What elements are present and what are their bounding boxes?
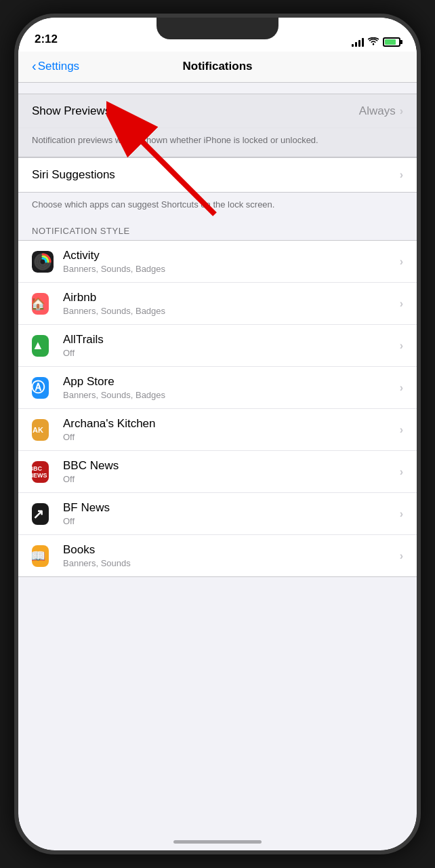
app-icon: AK bbox=[32, 419, 54, 441]
show-previews-value: Always bbox=[359, 104, 396, 118]
app-item-chevron-icon: › bbox=[400, 508, 403, 520]
app-item-content: BF News Off bbox=[63, 501, 400, 526]
status-time: 2:12 bbox=[35, 33, 58, 47]
app-list-item[interactable]: Activity Banners, Sounds, Badges › bbox=[18, 241, 417, 283]
app-item-content: App Store Banners, Sounds, Badges bbox=[63, 375, 400, 400]
app-item-chevron-icon: › bbox=[400, 340, 403, 352]
app-subtitle: Off bbox=[63, 432, 400, 442]
siri-suggestions-label: Siri Suggestions bbox=[32, 168, 115, 181]
app-icon: 📖 bbox=[32, 545, 54, 567]
app-name: App Store bbox=[63, 375, 400, 389]
battery-icon bbox=[383, 37, 400, 47]
screen-content: Show Previews Always › Notification prev… bbox=[18, 83, 417, 850]
app-name: BBC News bbox=[63, 459, 400, 473]
status-icons bbox=[352, 37, 400, 47]
app-icon: ▲ bbox=[32, 335, 54, 357]
app-subtitle: Banners, Sounds, Badges bbox=[63, 306, 400, 316]
home-indicator bbox=[173, 840, 262, 844]
app-name: AllTrails bbox=[63, 333, 400, 347]
nav-bar: ‹ Settings Notifications bbox=[18, 52, 417, 83]
app-subtitle: Banners, Sounds, Badges bbox=[63, 390, 400, 400]
show-previews-chevron-icon: › bbox=[400, 105, 403, 117]
app-item-content: AllTrails Off bbox=[63, 333, 400, 358]
siri-suggestions-chevron-icon: › bbox=[400, 169, 403, 181]
app-subtitle: Off bbox=[63, 474, 400, 484]
notch bbox=[157, 18, 278, 39]
app-item-chevron-icon: › bbox=[400, 382, 403, 394]
back-label[interactable]: Settings bbox=[38, 60, 79, 73]
app-list: Activity Banners, Sounds, Badges › 🏠 Air… bbox=[18, 240, 417, 577]
app-list-item[interactable]: BBCNEWS BBC News Off › bbox=[18, 451, 417, 493]
phone-frame: 2:12 bbox=[14, 14, 421, 854]
app-item-content: Activity Banners, Sounds, Badges bbox=[63, 249, 400, 274]
wifi-icon bbox=[368, 37, 379, 47]
back-button[interactable]: ‹ Settings bbox=[32, 58, 79, 74]
app-subtitle: Off bbox=[63, 516, 400, 526]
app-icon bbox=[32, 251, 54, 273]
siri-suggestions-item[interactable]: Siri Suggestions › bbox=[18, 158, 417, 192]
app-item-chevron-icon: › bbox=[400, 466, 403, 478]
app-item-content: Archana's Kitchen Off bbox=[63, 417, 400, 442]
app-name: Airbnb bbox=[63, 291, 400, 304]
svg-point-0 bbox=[373, 43, 374, 45]
show-previews-section: Show Previews Always › Notification prev… bbox=[18, 94, 417, 157]
app-icon: Ⓐ bbox=[32, 377, 54, 399]
app-list-item[interactable]: AK Archana's Kitchen Off › bbox=[18, 409, 417, 451]
app-item-chevron-icon: › bbox=[400, 298, 403, 310]
app-item-content: Books Banners, Sounds bbox=[63, 543, 400, 568]
show-previews-label: Show Previews bbox=[32, 104, 110, 117]
app-item-content: Airbnb Banners, Sounds, Badges bbox=[63, 291, 400, 316]
app-name: Books bbox=[63, 543, 400, 557]
app-item-chevron-icon: › bbox=[400, 550, 403, 562]
app-name: Activity bbox=[63, 249, 400, 262]
back-chevron-icon: ‹ bbox=[32, 58, 37, 74]
app-list-item[interactable]: ↗ BF News Off › bbox=[18, 493, 417, 535]
app-icon: 🏠 bbox=[32, 293, 54, 315]
app-item-chevron-icon: › bbox=[400, 424, 403, 436]
app-list-item[interactable]: Ⓐ App Store Banners, Sounds, Badges › bbox=[18, 367, 417, 409]
app-list-item[interactable]: 🏠 Airbnb Banners, Sounds, Badges › bbox=[18, 283, 417, 325]
app-list-item[interactable]: 📖 Books Banners, Sounds › bbox=[18, 535, 417, 576]
app-subtitle: Banners, Sounds bbox=[63, 558, 400, 568]
notification-style-header: NOTIFICATION STYLE bbox=[18, 220, 417, 240]
phone-screen: 2:12 bbox=[18, 18, 417, 850]
app-item-chevron-icon: › bbox=[400, 256, 403, 268]
app-item-content: BBC News Off bbox=[63, 459, 400, 484]
show-previews-description: Notification previews will be shown whet… bbox=[18, 128, 417, 157]
app-name: Archana's Kitchen bbox=[63, 417, 400, 431]
app-name: BF News bbox=[63, 501, 400, 515]
show-previews-content: Show Previews bbox=[32, 104, 359, 118]
siri-suggestions-content: Siri Suggestions bbox=[32, 168, 400, 182]
app-subtitle: Banners, Sounds, Badges bbox=[63, 264, 400, 274]
section-gap-top bbox=[18, 83, 417, 94]
page-title: Notifications bbox=[183, 60, 253, 73]
show-previews-item[interactable]: Show Previews Always › bbox=[18, 94, 417, 128]
app-subtitle: Off bbox=[63, 348, 400, 358]
siri-suggestions-description: Choose which apps can suggest Shortcuts … bbox=[18, 193, 417, 221]
app-icon: ↗ bbox=[32, 503, 54, 525]
app-list-item[interactable]: ▲ AllTrails Off › bbox=[18, 325, 417, 367]
siri-suggestions-section: Siri Suggestions › bbox=[18, 157, 417, 193]
signal-icon bbox=[352, 37, 364, 47]
app-icon: BBCNEWS bbox=[32, 461, 54, 483]
